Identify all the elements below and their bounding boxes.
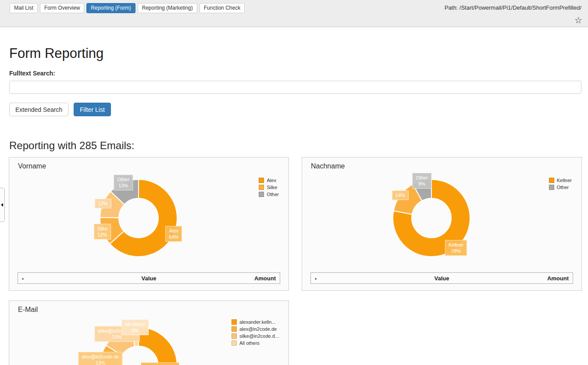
slice-label: alex@in2code.de13%	[78, 352, 122, 365]
tab-reporting-marketing[interactable]: Reporting (Marketing)	[138, 3, 197, 13]
table-header-row: ▴ValueAmount	[310, 272, 573, 284]
tab-form-overview[interactable]: Form Overview	[40, 3, 84, 13]
column-header-amount[interactable]: Amount	[254, 275, 276, 282]
legend-label: alexander.kelln...	[239, 319, 276, 325]
legend-item[interactable]: Silke	[259, 185, 277, 190]
slice-label-line: 12%	[98, 200, 108, 207]
filter-list-button[interactable]: Filter List	[74, 103, 111, 116]
legend-item[interactable]: All others	[232, 340, 260, 346]
page-title: Form Reporting	[9, 46, 103, 61]
donut-chart	[302, 157, 581, 290]
slice-label-line: 3%	[125, 327, 145, 333]
section-title: Reporting with 285 Emails:	[9, 140, 134, 152]
table-header-row: ▴ValueAmount	[18, 272, 280, 284]
legend-swatch-icon	[232, 333, 237, 339]
collapse-arrow-icon	[1, 203, 3, 207]
sidebar-collapse-handle[interactable]	[0, 188, 5, 222]
legend-swatch-icon	[259, 185, 264, 190]
top-toolbar: Mail ListForm OverviewReporting (Form)Re…	[0, 0, 588, 27]
slice-label-line: Alex	[169, 228, 178, 234]
legend-item[interactable]: Kellner	[549, 178, 572, 183]
legend-label: Other	[557, 185, 569, 190]
chart-panel-nachname: NachnameKellner78%14%Other8%KellnerOther…	[302, 157, 582, 291]
slice-label-line: 13%	[82, 360, 119, 365]
column-header-value[interactable]: Value	[311, 275, 573, 282]
slice-label-line: Silke	[97, 225, 108, 232]
fulltext-search-input[interactable]	[9, 81, 581, 94]
slice-label: All others3%	[121, 319, 149, 335]
slice-label-line: 14%	[396, 192, 405, 198]
chart-legend: alexander.kelln...alex@in2code.desilke@i…	[232, 319, 279, 347]
slice-label: 14%	[392, 190, 409, 200]
legend-label: Silke	[267, 185, 277, 190]
column-header-amount[interactable]: Amount	[547, 275, 569, 282]
slice-label: Other13%	[114, 175, 133, 190]
legend-swatch-icon	[549, 178, 554, 183]
slice-label: 12%	[95, 199, 111, 208]
legend-label: Kellner	[557, 178, 572, 183]
legend-item[interactable]: alexander.kelln...	[232, 319, 276, 325]
legend-item[interactable]: Other	[259, 192, 279, 197]
slice-label: Alex64%	[165, 226, 182, 242]
legend-item[interactable]: alex@in2code.de	[232, 326, 277, 332]
legend-label: silke@in2code.d...	[239, 333, 279, 339]
slice-label: Kellner78%	[445, 240, 467, 256]
tab-reporting-form[interactable]: Reporting (Form)	[86, 3, 135, 13]
legend-label: All others	[239, 340, 260, 346]
tab-function-check[interactable]: Function Check	[200, 3, 245, 13]
slice-label-line: 64%	[169, 234, 178, 240]
legend-label: Other	[267, 192, 279, 197]
slice-label-line: Other	[118, 176, 130, 182]
tab-mail-list[interactable]: Mail List	[10, 3, 38, 13]
legend-swatch-icon	[259, 192, 264, 197]
chart-panel-vorname: VornameAlex64%Silke12%12%Other13%AlexSil…	[9, 157, 289, 291]
slice-label-line: 13%	[118, 182, 130, 189]
legend-swatch-icon	[232, 319, 237, 325]
slice-label-line: Kellner	[449, 242, 463, 248]
legend-swatch-icon	[232, 326, 237, 332]
legend-label: Alex	[267, 178, 276, 183]
column-header-value[interactable]: Value	[18, 275, 280, 282]
slice-label-line: 12%	[97, 232, 108, 238]
extended-search-button[interactable]: Extended Search	[9, 103, 68, 116]
legend-swatch-icon	[259, 178, 264, 183]
legend-item[interactable]: Alex	[259, 178, 276, 183]
slice-label: Silke12%	[94, 224, 111, 240]
slice-label-line: All others	[125, 321, 145, 327]
fulltext-search-label: Fulltext Search:	[9, 70, 55, 77]
slice-label: Other8%	[412, 173, 431, 189]
legend-swatch-icon	[232, 340, 237, 346]
module-tabs: Mail ListForm OverviewReporting (Form)Re…	[10, 3, 245, 13]
chart-panel-e-mail: E-Mailalex@in2code.de13%silke@in2code.de…	[9, 301, 289, 365]
page-path: Path: /Start/Powermail/Pi1/Default/Short…	[445, 4, 581, 11]
slice-label	[141, 362, 179, 365]
bookmark-star-icon[interactable]: ☆	[574, 16, 582, 25]
slice-label-line: 78%	[449, 248, 463, 254]
chart-legend: KellnerOther	[549, 178, 572, 192]
slice-label-line: Other	[416, 175, 428, 181]
chart-legend: AlexSilkeOther	[259, 178, 279, 199]
donut-chart	[9, 157, 289, 290]
legend-swatch-icon	[549, 185, 554, 190]
slice-label-line: 8%	[416, 181, 428, 187]
legend-item[interactable]: Other	[549, 185, 569, 190]
slice-label-line: alex@in2code.de	[82, 354, 119, 360]
legend-label: alex@in2code.de	[239, 326, 277, 332]
legend-item[interactable]: silke@in2code.d...	[232, 333, 279, 339]
